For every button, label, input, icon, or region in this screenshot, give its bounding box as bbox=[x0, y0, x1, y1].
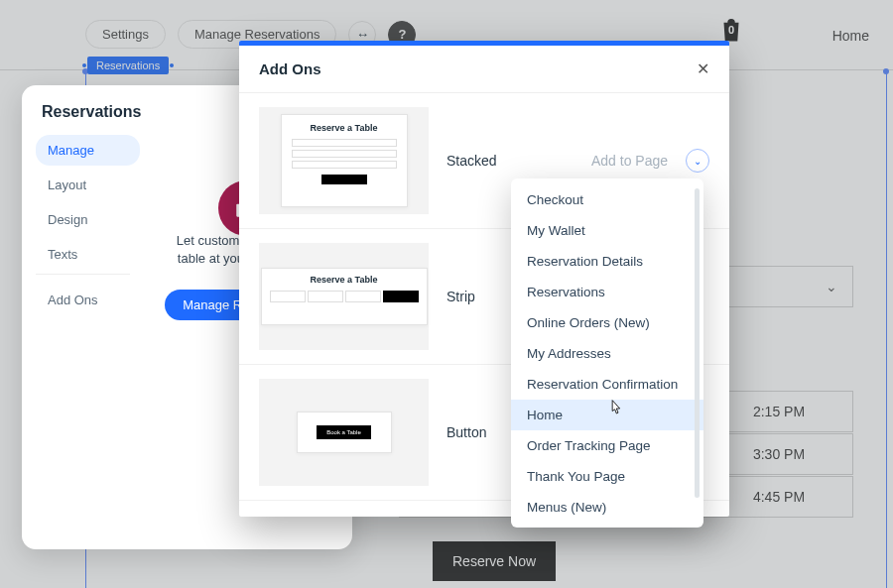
page-select-caret[interactable]: ⌄ bbox=[686, 149, 709, 173]
dropdown-option-home[interactable]: Home bbox=[511, 400, 703, 430]
divider bbox=[36, 274, 130, 275]
dropdown-option-my-addresses[interactable]: My Addresses bbox=[511, 338, 703, 369]
panel-tab-texts[interactable]: Texts bbox=[36, 239, 140, 270]
thumb-button-label: Book a Table bbox=[317, 425, 371, 439]
panel-tab-design[interactable]: Design bbox=[36, 204, 140, 235]
thumb-title: Reserve a Table bbox=[292, 123, 397, 133]
dropdown-option-reservation-details[interactable]: Reservation Details bbox=[511, 246, 703, 277]
addon-thumb-strip: Reserve a Table bbox=[259, 243, 429, 350]
close-icon[interactable]: ✕ bbox=[697, 59, 709, 78]
dropdown-option-menus[interactable]: Menus (New) bbox=[511, 492, 703, 523]
modal-title: Add Ons bbox=[259, 60, 321, 77]
panel-tab-manage[interactable]: Manage bbox=[36, 135, 140, 166]
dropdown-option-checkout[interactable]: Checkout bbox=[511, 184, 703, 215]
addon-label: Stacked bbox=[446, 153, 497, 169]
scrollbar[interactable] bbox=[695, 188, 700, 498]
thumb-title: Reserve a Table bbox=[270, 275, 419, 285]
addon-thumb-stacked: Reserve a Table bbox=[259, 107, 429, 214]
addon-label: Strip bbox=[446, 289, 475, 304]
dropdown-option-my-wallet[interactable]: My Wallet bbox=[511, 215, 703, 246]
addon-label: Button bbox=[446, 424, 486, 440]
dropdown-option-cart[interactable]: Cart Page bbox=[511, 523, 703, 528]
panel-tab-layout[interactable]: Layout bbox=[36, 170, 140, 200]
dropdown-option-reservation-confirmation[interactable]: Reservation Confirmation bbox=[511, 369, 703, 400]
page-select-dropdown: Checkout My Wallet Reservation Details R… bbox=[511, 178, 703, 528]
dropdown-option-reservations[interactable]: Reservations bbox=[511, 277, 703, 307]
dropdown-option-order-tracking[interactable]: Order Tracking Page bbox=[511, 430, 703, 461]
dropdown-option-thank-you[interactable]: Thank You Page bbox=[511, 461, 703, 492]
dropdown-option-online-orders[interactable]: Online Orders (New) bbox=[511, 307, 703, 338]
addon-thumb-button: Book a Table bbox=[259, 379, 429, 486]
add-to-page-button[interactable]: Add to Page bbox=[591, 153, 668, 169]
